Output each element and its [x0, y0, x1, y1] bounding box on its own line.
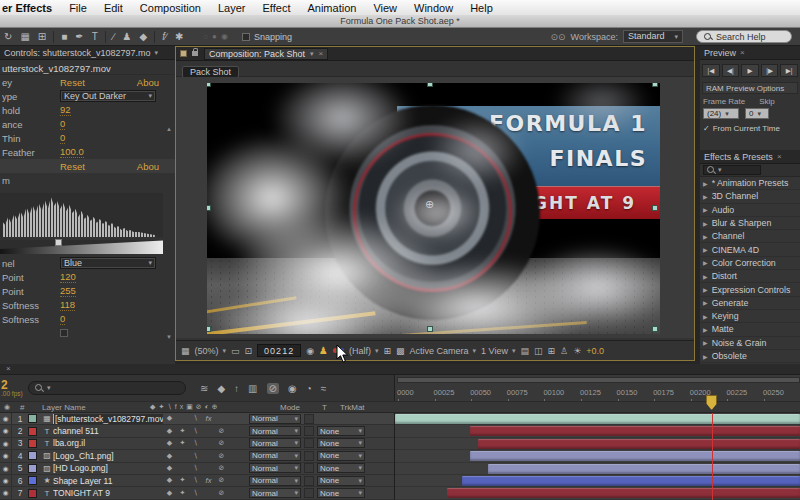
about-link[interactable]: Abou: [137, 161, 159, 172]
snapping-checkbox[interactable]: [242, 33, 250, 41]
transparency-grid-icon[interactable]: ▩: [396, 346, 405, 356]
clone-stamp-tool-icon[interactable]: ♟: [118, 29, 135, 45]
selection-handle[interactable]: [652, 205, 658, 211]
layer-mode-dropdown[interactable]: Normal▾: [249, 463, 301, 473]
channel-dropdown[interactable]: Blue ▾: [60, 257, 156, 269]
preserve-transparency-checkbox[interactable]: [304, 426, 314, 436]
live-update-icon[interactable]: ◉: [288, 383, 297, 394]
layer-trkmat-dropdown[interactable]: None▾: [317, 426, 365, 436]
effects-category[interactable]: ▶Keying: [700, 310, 800, 323]
layer-name[interactable]: [HD Logo.png]: [53, 463, 163, 473]
table-row[interactable]: ◉6★Shape Layer 11◆✦∖fx⊘Normal▾None▾: [0, 475, 394, 487]
pen-tool-icon[interactable]: ✒: [71, 29, 87, 45]
layer-color-chip[interactable]: [28, 464, 37, 473]
pixel-aspect-icon[interactable]: ▤: [520, 346, 529, 356]
puppet-pin-tool-icon[interactable]: ✱: [171, 29, 187, 45]
extract-histogram[interactable]: [0, 193, 163, 237]
triangle-right-icon[interactable]: ▶: [703, 193, 708, 200]
reset-link[interactable]: Reset: [60, 161, 85, 172]
layer-bars-area[interactable]: [394, 413, 800, 500]
layer-mode-dropdown[interactable]: Normal▾: [249, 414, 301, 424]
selection-handle[interactable]: [207, 205, 211, 211]
exposure-icon[interactable]: ☀: [573, 346, 581, 356]
auto-keyframe-icon[interactable]: ◔: [306, 383, 312, 394]
close-icon[interactable]: ×: [319, 49, 324, 58]
layer-color-chip[interactable]: [28, 451, 37, 460]
last-frame-button[interactable]: ▶|: [780, 64, 798, 77]
composition-canvas[interactable]: FORMULA 1 FINALS TONIGHT AT 9 ⊕: [207, 83, 660, 334]
layer-name[interactable]: [shutterstock_v1082797.mov]: [53, 414, 163, 424]
current-time-field[interactable]: 00212: [257, 344, 301, 357]
close-icon[interactable]: ×: [777, 152, 782, 161]
pan-behind-tool-icon[interactable]: ⊞: [34, 29, 50, 45]
eraser-tool-icon[interactable]: ◆: [135, 29, 151, 45]
preserve-transparency-checkbox[interactable]: [304, 438, 314, 448]
layer-trkmat-dropdown[interactable]: None▾: [317, 451, 365, 461]
selection-handle[interactable]: [207, 83, 211, 87]
layer-duration-bar[interactable]: [488, 464, 800, 474]
camera-tool-icon[interactable]: ▦: [16, 29, 33, 45]
effect-controls-tab[interactable]: Controls: shutterstock_v1082797.mo ▾: [0, 46, 175, 60]
effects-category[interactable]: ▶Channel: [700, 230, 800, 243]
layer-color-chip[interactable]: [28, 489, 37, 498]
search-help-input[interactable]: Search Help: [696, 30, 792, 43]
triangle-right-icon[interactable]: ▶: [703, 313, 708, 320]
black-softness-value[interactable]: 118: [60, 300, 75, 311]
triangle-right-icon[interactable]: ▶: [703, 220, 708, 227]
triangle-right-icon[interactable]: ▶: [703, 233, 708, 240]
layer-trkmat-dropdown[interactable]: None▾: [317, 438, 365, 448]
view-layout-dropdown[interactable]: 1 View ▾: [481, 346, 515, 356]
menu-item[interactable]: Help: [470, 2, 493, 14]
layer-mode-dropdown[interactable]: Normal▾: [249, 438, 301, 448]
menu-item[interactable]: Window: [414, 2, 453, 14]
roto-brush-tool-icon[interactable]: 𝑓∕: [158, 29, 171, 45]
menu-item[interactable]: View: [373, 2, 397, 14]
current-time-display[interactable]: 2 .00 fps): [0, 379, 28, 398]
layer-duration-bar[interactable]: [470, 451, 800, 461]
effects-category[interactable]: ▶Distort: [700, 270, 800, 283]
exposure-value[interactable]: +0.0: [586, 346, 604, 356]
eye-icon[interactable]: ◉: [0, 487, 12, 498]
menu-item[interactable]: File: [69, 2, 87, 14]
layer-name-header[interactable]: Layer Name: [42, 403, 86, 412]
table-row[interactable]: ◉1▦[shutterstock_v1082797.mov]◆∖fxNormal…: [0, 413, 394, 425]
threshold-value[interactable]: 92: [60, 105, 71, 116]
fast-previews-icon[interactable]: ◫: [534, 346, 543, 356]
graph-editor-icon[interactable]: ≈: [321, 383, 327, 394]
triangle-right-icon[interactable]: ▶: [703, 259, 708, 266]
menu-item[interactable]: Effect: [263, 2, 291, 14]
triangle-right-icon[interactable]: ▶: [703, 286, 708, 293]
eye-icon[interactable]: ◉: [0, 450, 12, 461]
triangle-right-icon[interactable]: ▶: [703, 273, 708, 280]
panel-grip[interactable]: [180, 50, 187, 57]
flowchart-icon[interactable]: ♙: [560, 346, 568, 356]
effects-category[interactable]: ▶Color Correction: [700, 257, 800, 270]
next-frame-button[interactable]: |▶: [761, 64, 779, 77]
frame-rate-dropdown[interactable]: (24) ▾: [703, 108, 739, 119]
preserve-transparency-checkbox[interactable]: [304, 463, 314, 473]
trkmat-header[interactable]: TrkMat: [340, 403, 365, 412]
layer-name[interactable]: Shape Layer 11: [53, 476, 163, 486]
layer-switches[interactable]: ◆∖fx: [163, 414, 249, 423]
type-tool-icon[interactable]: T: [88, 29, 102, 45]
eye-icon[interactable]: ◉: [0, 413, 12, 424]
preserve-transparency-checkbox[interactable]: [304, 414, 314, 424]
preview-tab[interactable]: Preview ×: [700, 46, 800, 60]
eye-icon[interactable]: ◉: [0, 425, 12, 436]
work-area-bar[interactable]: [397, 377, 800, 383]
preserve-transparency-checkbox[interactable]: [304, 451, 314, 461]
workspace-dropdown[interactable]: Standard ▾: [623, 30, 683, 43]
first-frame-button[interactable]: |◀: [702, 64, 720, 77]
show-snapshot-icon[interactable]: ♟: [319, 345, 328, 356]
play-button[interactable]: ▶: [741, 64, 759, 77]
layer-switches[interactable]: ◆✦∖⊘: [163, 489, 249, 497]
preserve-transparency-checkbox[interactable]: [304, 488, 314, 498]
layer-switches[interactable]: ◆✦∖⊘: [163, 427, 249, 435]
edge-feather-value[interactable]: 100.0: [60, 147, 84, 158]
reset-link[interactable]: Reset: [60, 77, 85, 88]
menu-item[interactable]: Composition: [140, 2, 201, 14]
effects-category[interactable]: ▶Audio: [700, 204, 800, 217]
ramp-handle[interactable]: [55, 239, 62, 246]
layer-switches[interactable]: ◆✦∖⊘: [163, 439, 249, 447]
black-point-value[interactable]: 120: [60, 272, 76, 283]
